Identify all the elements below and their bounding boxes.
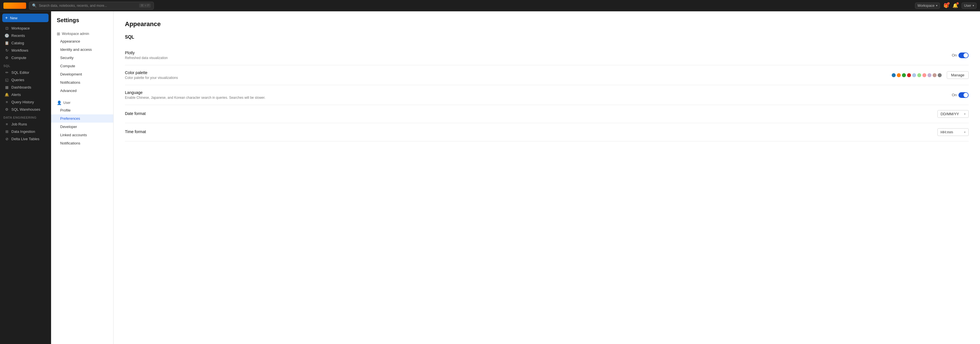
user-selector-label: User: [964, 4, 971, 8]
sidebar-item-query-history[interactable]: ≡ Query History: [1, 98, 50, 105]
swatch-1: [897, 73, 901, 77]
swatch-9: [938, 73, 942, 77]
time-format-label: Time format: [125, 129, 937, 134]
swatch-2: [902, 73, 906, 77]
sidebar-item-queries[interactable]: ◱ Queries: [1, 76, 50, 83]
color-palette-row: Color palette Color palette for your vis…: [125, 65, 969, 85]
language-desc: Enable Chinese, Japanese, and Korean cha…: [125, 96, 952, 100]
bell-icon[interactable]: 🔔: [952, 2, 959, 9]
sidebar-item-data-ingestion[interactable]: ⊞ Data Ingestion: [1, 128, 50, 135]
logo: [3, 3, 26, 9]
new-button[interactable]: + New: [2, 14, 49, 22]
gift-icon[interactable]: 🎁: [943, 2, 950, 9]
settings-nav-developer[interactable]: Developer: [51, 123, 113, 131]
sidebar-item-sql-editor-label: SQL Editor: [11, 70, 29, 75]
color-palette-info: Color palette Color palette for your vis…: [125, 70, 892, 80]
gift-badge: [947, 2, 950, 5]
user-section-label: User: [63, 101, 70, 105]
sidebar-item-dashboards[interactable]: ▦ Dashboards: [1, 83, 50, 91]
content-area: Appearance SQL Plotly Refreshed data vis…: [113, 11, 980, 344]
topbar-right: Workspace ▾ 🎁 🔔 User ▾: [915, 2, 977, 9]
plotly-info: Plotly Refreshed data visualization: [125, 51, 952, 60]
settings-nav-notifications[interactable]: Notifications: [51, 78, 113, 86]
catalog-icon: 📋: [5, 41, 9, 45]
sidebar-item-catalog[interactable]: 📋 Catalog: [1, 39, 50, 46]
time-format-control: HH:mm ▾: [937, 128, 969, 136]
settings-nav-advanced[interactable]: Advanced: [51, 86, 113, 95]
sidebar: + New ⊡ Workspace 🕐 Recents 📋 Catalog ↻ …: [0, 11, 51, 344]
workspace-admin-icon: ⊞: [57, 32, 60, 36]
settings-nav-security[interactable]: Security: [51, 54, 113, 62]
settings-nav-profile[interactable]: Profile: [51, 106, 113, 115]
color-palette-swatches: [892, 73, 942, 77]
sidebar-item-data-ingestion-label: Data Ingestion: [11, 129, 35, 134]
sidebar-item-catalog-label: Catalog: [11, 41, 24, 45]
workspace-admin-section: ⊞ Workspace admin: [51, 29, 113, 37]
sidebar-item-workspace[interactable]: ⊡ Workspace: [1, 24, 50, 32]
workspace-admin-label: Workspace admin: [62, 32, 89, 36]
swatch-5: [917, 73, 921, 77]
dashboards-icon: ▦: [5, 85, 9, 89]
swatch-8: [932, 73, 937, 77]
settings-nav-development[interactable]: Development: [51, 70, 113, 78]
date-format-value: DD/MM/YY: [940, 112, 959, 116]
sidebar-item-alerts-label: Alerts: [11, 92, 21, 97]
sidebar-item-recents[interactable]: 🕐 Recents: [1, 32, 50, 39]
manage-color-palette-button[interactable]: Manage: [947, 71, 969, 79]
time-format-value: HH:mm: [940, 130, 953, 134]
compute-icon: ⚙: [5, 55, 9, 60]
queries-icon: ◱: [5, 78, 9, 82]
plotly-control: On: [952, 53, 969, 58]
language-toggle[interactable]: [958, 92, 969, 98]
plotly-toggle-wrapper: On: [952, 53, 969, 58]
sidebar-item-job-runs-label: Job Runs: [11, 122, 27, 126]
sidebar-item-job-runs[interactable]: ≡ Job Runs: [1, 120, 50, 128]
recents-icon: 🕐: [5, 33, 9, 38]
color-palette-label: Color palette: [125, 70, 892, 75]
workspace-selector-chevron: ▾: [936, 4, 937, 7]
search-bar[interactable]: 🔍 Search data, notebooks, recents, and m…: [29, 2, 154, 10]
sidebar-item-sql-warehouses[interactable]: ⚙ SQL Warehouses: [1, 105, 50, 113]
sidebar-item-delta-live-tables[interactable]: ⊘ Delta Live Tables: [1, 135, 50, 142]
sidebar-item-alerts[interactable]: 🔔 Alerts: [1, 91, 50, 98]
language-label: Language: [125, 90, 952, 95]
language-info: Language Enable Chinese, Japanese, and K…: [125, 90, 952, 100]
sidebar-item-workflows[interactable]: ↻ Workflows: [1, 46, 50, 54]
settings-nav-identity-access[interactable]: Identity and access: [51, 45, 113, 54]
sidebar-item-compute[interactable]: ⚙ Compute: [1, 54, 50, 61]
plotly-row: Plotly Refreshed data visualization On: [125, 45, 969, 65]
data-ingestion-icon: ⊞: [5, 129, 9, 134]
workspace-selector[interactable]: Workspace ▾: [915, 3, 940, 9]
user-section-icon: 👤: [57, 100, 62, 105]
settings-nav-compute[interactable]: Compute: [51, 62, 113, 70]
date-format-dropdown[interactable]: DD/MM/YY ▾: [937, 110, 969, 118]
query-history-icon: ≡: [5, 100, 9, 104]
time-format-dropdown[interactable]: HH:mm ▾: [937, 128, 969, 136]
user-section: 👤 User: [51, 98, 113, 106]
settings-title: Settings: [51, 17, 113, 29]
settings-nav-appearance[interactable]: Appearance: [51, 37, 113, 45]
language-control: On: [952, 92, 969, 98]
date-format-info: Date format: [125, 111, 937, 117]
date-format-label: Date format: [125, 111, 937, 116]
sidebar-item-queries-label: Queries: [11, 78, 24, 82]
language-row: Language Enable Chinese, Japanese, and K…: [125, 85, 969, 105]
plotly-toggle[interactable]: [958, 53, 969, 58]
settings-nav-linked-accounts[interactable]: Linked accounts: [51, 131, 113, 139]
topbar-icons: 🎁 🔔: [943, 2, 959, 9]
sidebar-item-workflows-label: Workflows: [11, 48, 29, 53]
time-format-row: Time format HH:mm ▾: [125, 123, 969, 141]
sidebar-item-compute-label: Compute: [11, 56, 26, 60]
job-runs-icon: ≡: [5, 122, 9, 126]
sql-editor-icon: ✏: [5, 70, 9, 75]
language-toggle-wrapper: On: [952, 92, 969, 98]
user-selector[interactable]: User ▾: [961, 3, 977, 9]
settings-nav-preferences[interactable]: Preferences: [51, 115, 113, 123]
plus-icon: +: [5, 15, 8, 21]
sidebar-item-sql-editor[interactable]: ✏ SQL Editor: [1, 69, 50, 76]
settings-nav-user-notifications[interactable]: Notifications: [51, 139, 113, 147]
sidebar-item-sql-warehouses-label: SQL Warehouses: [11, 107, 40, 111]
sql-warehouses-icon: ⚙: [5, 107, 9, 111]
search-icon: 🔍: [32, 3, 37, 8]
sql-section-label: SQL: [0, 61, 51, 69]
